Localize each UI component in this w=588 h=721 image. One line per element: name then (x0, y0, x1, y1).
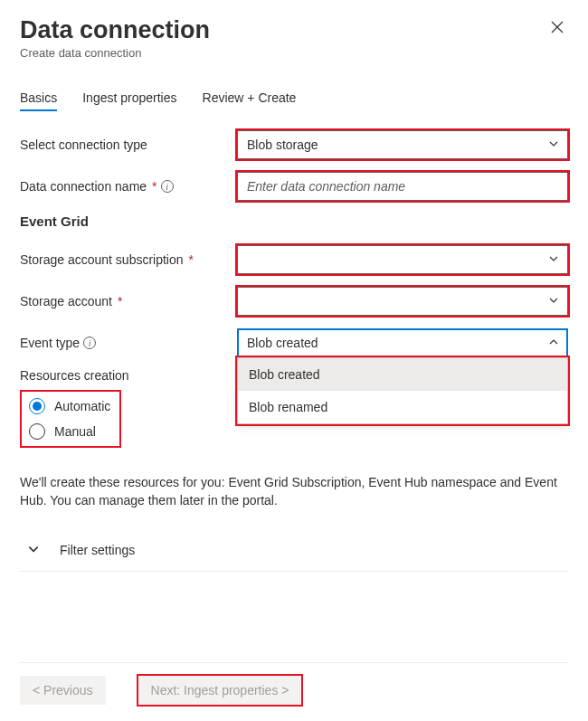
info-icon[interactable]: i (83, 337, 96, 349)
storage-account-label: Storage account * (20, 294, 237, 308)
event-type-dropdown: Blob created Blob renamed (237, 357, 568, 424)
radio-automatic[interactable]: Automatic (24, 394, 116, 419)
connection-name-label: Data connection name * i (20, 179, 237, 194)
radio-icon-checked (29, 398, 45, 414)
tab-ingest-properties[interactable]: Ingest properties (82, 85, 176, 110)
subscription-select[interactable] (237, 245, 568, 274)
event-type-select[interactable]: Blob created (237, 328, 568, 357)
tabs: Basics Ingest properties Review + Create (20, 85, 568, 110)
event-type-label: Event type i (20, 336, 237, 350)
page-subtitle: Create data connection (20, 46, 210, 60)
event-type-option-blob-created[interactable]: Blob created (238, 358, 567, 391)
chevron-down-icon (27, 543, 40, 558)
radio-icon-unchecked (29, 423, 45, 440)
connection-type-select[interactable]: Blob storage (237, 130, 568, 159)
helper-text: We'll create these resources for you: Ev… (20, 473, 568, 510)
subscription-label: Storage account subscription * (20, 252, 237, 267)
event-type-option-blob-renamed[interactable]: Blob renamed (238, 391, 567, 423)
connection-type-label: Select connection type (20, 138, 237, 152)
required-indicator: * (152, 179, 156, 194)
tab-basics[interactable]: Basics (20, 85, 57, 110)
filter-settings-label: Filter settings (60, 543, 135, 557)
required-indicator: * (189, 252, 194, 267)
storage-account-select[interactable] (237, 287, 568, 316)
required-indicator: * (118, 294, 122, 308)
next-button[interactable]: Next: Ingest properties > (138, 676, 302, 705)
tab-review-create[interactable]: Review + Create (203, 85, 297, 110)
info-icon[interactable]: i (161, 180, 174, 193)
filter-settings-toggle[interactable]: Filter settings (20, 530, 568, 572)
resources-creation-label: Resources creation (20, 368, 237, 383)
close-button[interactable] (546, 16, 568, 43)
page-title: Data connection (20, 16, 210, 44)
close-icon (550, 20, 564, 34)
connection-name-input[interactable] (237, 172, 568, 201)
event-grid-heading: Event Grid (20, 213, 568, 229)
radio-manual[interactable]: Manual (24, 419, 116, 444)
previous-button[interactable]: < Previous (20, 676, 106, 705)
